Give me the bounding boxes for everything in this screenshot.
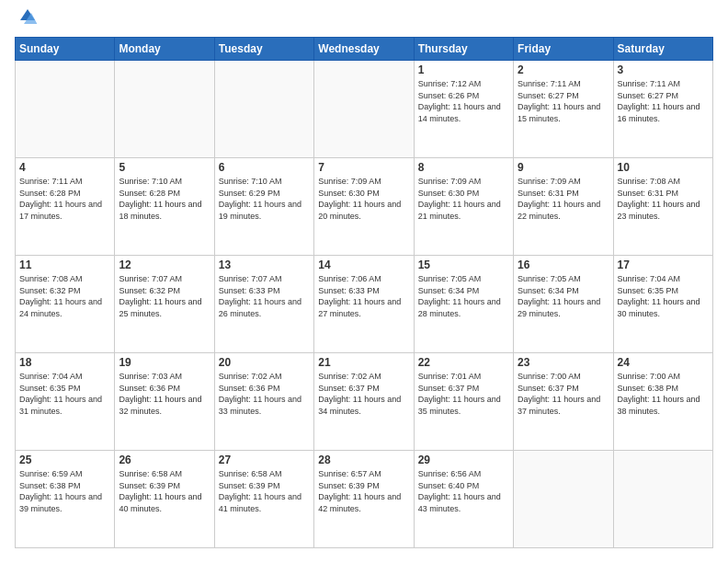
day-info: Sunrise: 7:07 AMSunset: 6:32 PMDaylight:… xyxy=(119,273,210,319)
week-row-5: 25Sunrise: 6:59 AMSunset: 6:38 PMDayligh… xyxy=(16,451,713,548)
day-number: 8 xyxy=(418,161,509,174)
week-row-4: 18Sunrise: 7:04 AMSunset: 6:35 PMDayligh… xyxy=(16,353,713,451)
day-number: 16 xyxy=(518,259,609,271)
weekday-header-sunday: Sunday xyxy=(16,38,115,61)
weekday-header-thursday: Thursday xyxy=(414,38,513,61)
day-info: Sunrise: 7:09 AMSunset: 6:30 PMDaylight:… xyxy=(318,176,409,222)
day-number: 4 xyxy=(19,161,110,174)
day-info: Sunrise: 6:59 AMSunset: 6:38 PMDaylight:… xyxy=(19,468,110,514)
calendar-cell: 17Sunrise: 7:04 AMSunset: 6:35 PMDayligh… xyxy=(613,256,712,353)
calendar-cell: 10Sunrise: 7:08 AMSunset: 6:31 PMDayligh… xyxy=(613,158,712,256)
day-info: Sunrise: 7:00 AMSunset: 6:38 PMDaylight:… xyxy=(618,371,709,417)
calendar-cell: 9Sunrise: 7:09 AMSunset: 6:31 PMDaylight… xyxy=(514,158,613,256)
day-number: 26 xyxy=(119,454,210,466)
calendar-cell xyxy=(16,61,115,158)
day-number: 13 xyxy=(219,259,310,271)
calendar-cell: 26Sunrise: 6:58 AMSunset: 6:39 PMDayligh… xyxy=(115,451,214,548)
calendar-cell: 16Sunrise: 7:05 AMSunset: 6:34 PMDayligh… xyxy=(514,256,613,353)
day-number: 29 xyxy=(418,454,509,466)
day-info: Sunrise: 7:07 AMSunset: 6:33 PMDaylight:… xyxy=(219,273,310,319)
day-number: 7 xyxy=(318,161,409,174)
calendar-cell: 5Sunrise: 7:10 AMSunset: 6:28 PMDaylight… xyxy=(115,158,214,256)
calendar-cell: 14Sunrise: 7:06 AMSunset: 6:33 PMDayligh… xyxy=(314,256,414,353)
weekday-header-tuesday: Tuesday xyxy=(214,38,313,61)
calendar-cell: 23Sunrise: 7:00 AMSunset: 6:37 PMDayligh… xyxy=(514,353,613,451)
day-number: 14 xyxy=(318,259,409,271)
day-info: Sunrise: 7:06 AMSunset: 6:33 PMDaylight:… xyxy=(318,273,409,319)
day-info: Sunrise: 7:04 AMSunset: 6:35 PMDaylight:… xyxy=(19,371,110,417)
day-number: 12 xyxy=(119,259,210,271)
day-info: Sunrise: 7:10 AMSunset: 6:28 PMDaylight:… xyxy=(119,176,210,222)
day-info: Sunrise: 7:04 AMSunset: 6:35 PMDaylight:… xyxy=(618,273,709,319)
logo xyxy=(15,15,39,28)
day-info: Sunrise: 7:01 AMSunset: 6:37 PMDaylight:… xyxy=(418,371,509,417)
calendar-cell: 22Sunrise: 7:01 AMSunset: 6:37 PMDayligh… xyxy=(414,353,513,451)
day-number: 23 xyxy=(518,356,609,369)
day-info: Sunrise: 6:56 AMSunset: 6:40 PMDaylight:… xyxy=(418,468,509,514)
calendar-cell: 25Sunrise: 6:59 AMSunset: 6:38 PMDayligh… xyxy=(16,451,115,548)
calendar-cell: 2Sunrise: 7:11 AMSunset: 6:27 PMDaylight… xyxy=(514,61,613,158)
day-info: Sunrise: 7:09 AMSunset: 6:31 PMDaylight:… xyxy=(518,176,609,222)
day-number: 22 xyxy=(418,356,509,369)
calendar-cell: 7Sunrise: 7:09 AMSunset: 6:30 PMDaylight… xyxy=(314,158,414,256)
week-row-2: 4Sunrise: 7:11 AMSunset: 6:28 PMDaylight… xyxy=(16,158,713,256)
calendar-cell: 1Sunrise: 7:12 AMSunset: 6:26 PMDaylight… xyxy=(414,61,513,158)
day-info: Sunrise: 6:57 AMSunset: 6:39 PMDaylight:… xyxy=(318,468,409,514)
calendar-cell: 4Sunrise: 7:11 AMSunset: 6:28 PMDaylight… xyxy=(16,158,115,256)
day-number: 2 xyxy=(518,63,609,76)
day-number: 21 xyxy=(318,356,409,369)
day-number: 15 xyxy=(418,259,509,271)
calendar-cell: 18Sunrise: 7:04 AMSunset: 6:35 PMDayligh… xyxy=(16,353,115,451)
calendar-cell: 3Sunrise: 7:11 AMSunset: 6:27 PMDaylight… xyxy=(613,61,712,158)
day-number: 9 xyxy=(518,161,609,174)
day-info: Sunrise: 7:12 AMSunset: 6:26 PMDaylight:… xyxy=(418,78,509,124)
day-info: Sunrise: 7:00 AMSunset: 6:37 PMDaylight:… xyxy=(518,371,609,417)
weekday-header-friday: Friday xyxy=(514,38,613,61)
page: SundayMondayTuesdayWednesdayThursdayFrid… xyxy=(0,0,728,563)
calendar-table: SundayMondayTuesdayWednesdayThursdayFrid… xyxy=(15,37,713,548)
day-info: Sunrise: 7:11 AMSunset: 6:28 PMDaylight:… xyxy=(19,176,110,222)
weekday-header-monday: Monday xyxy=(115,38,214,61)
calendar-cell xyxy=(314,61,414,158)
day-info: Sunrise: 7:02 AMSunset: 6:37 PMDaylight:… xyxy=(318,371,409,417)
calendar-cell: 13Sunrise: 7:07 AMSunset: 6:33 PMDayligh… xyxy=(214,256,313,353)
calendar-cell: 20Sunrise: 7:02 AMSunset: 6:36 PMDayligh… xyxy=(214,353,313,451)
day-number: 25 xyxy=(19,454,110,466)
day-info: Sunrise: 6:58 AMSunset: 6:39 PMDaylight:… xyxy=(219,468,310,514)
day-number: 5 xyxy=(119,161,210,174)
day-info: Sunrise: 7:11 AMSunset: 6:27 PMDaylight:… xyxy=(618,78,709,124)
calendar-cell: 21Sunrise: 7:02 AMSunset: 6:37 PMDayligh… xyxy=(314,353,414,451)
day-number: 1 xyxy=(418,63,509,76)
day-info: Sunrise: 7:10 AMSunset: 6:29 PMDaylight:… xyxy=(219,176,310,222)
calendar-cell: 11Sunrise: 7:08 AMSunset: 6:32 PMDayligh… xyxy=(16,256,115,353)
calendar-cell xyxy=(613,451,712,548)
calendar-cell: 24Sunrise: 7:00 AMSunset: 6:38 PMDayligh… xyxy=(613,353,712,451)
calendar-cell: 29Sunrise: 6:56 AMSunset: 6:40 PMDayligh… xyxy=(414,451,513,548)
day-number: 27 xyxy=(219,454,310,466)
day-info: Sunrise: 7:05 AMSunset: 6:34 PMDaylight:… xyxy=(518,273,609,319)
calendar-cell: 15Sunrise: 7:05 AMSunset: 6:34 PMDayligh… xyxy=(414,256,513,353)
day-info: Sunrise: 7:03 AMSunset: 6:36 PMDaylight:… xyxy=(119,371,210,417)
day-number: 20 xyxy=(219,356,310,369)
calendar-cell xyxy=(514,451,613,548)
calendar-cell xyxy=(214,61,313,158)
logo-icon xyxy=(17,6,39,28)
day-number: 24 xyxy=(618,356,709,369)
day-number: 10 xyxy=(618,161,709,174)
day-number: 19 xyxy=(119,356,210,369)
day-info: Sunrise: 7:08 AMSunset: 6:31 PMDaylight:… xyxy=(618,176,709,222)
day-number: 6 xyxy=(219,161,310,174)
weekday-header-row: SundayMondayTuesdayWednesdayThursdayFrid… xyxy=(16,38,713,61)
day-info: Sunrise: 7:05 AMSunset: 6:34 PMDaylight:… xyxy=(418,273,509,319)
day-number: 3 xyxy=(618,63,709,76)
calendar-cell: 28Sunrise: 6:57 AMSunset: 6:39 PMDayligh… xyxy=(314,451,414,548)
calendar-cell: 27Sunrise: 6:58 AMSunset: 6:39 PMDayligh… xyxy=(214,451,313,548)
day-info: Sunrise: 7:11 AMSunset: 6:27 PMDaylight:… xyxy=(518,78,609,124)
day-number: 18 xyxy=(19,356,110,369)
calendar-cell xyxy=(115,61,214,158)
calendar-cell: 19Sunrise: 7:03 AMSunset: 6:36 PMDayligh… xyxy=(115,353,214,451)
day-number: 17 xyxy=(618,259,709,271)
day-number: 28 xyxy=(318,454,409,466)
weekday-header-saturday: Saturday xyxy=(613,38,712,61)
day-info: Sunrise: 7:09 AMSunset: 6:30 PMDaylight:… xyxy=(418,176,509,222)
